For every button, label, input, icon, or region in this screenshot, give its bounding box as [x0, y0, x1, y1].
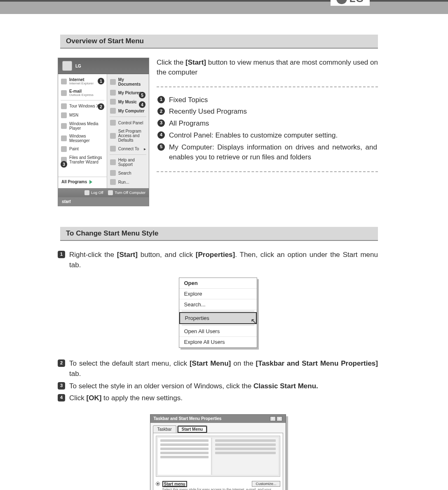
- wmp-icon: [61, 123, 67, 129]
- bullet-3-icon: 3: [157, 119, 165, 127]
- logoff-icon: [84, 190, 89, 195]
- paint-icon: [61, 146, 67, 152]
- sm-run: Run...: [118, 180, 129, 184]
- start-menu-preview: [156, 436, 280, 477]
- step-2-icon: 2: [58, 359, 65, 367]
- tab-taskbar: Taskbar: [153, 425, 176, 433]
- ctx-open: Open: [179, 278, 257, 289]
- help-button-icon: ?: [270, 416, 276, 421]
- sm-docs: My Documents: [118, 77, 146, 86]
- callout-4-marker: 4: [139, 101, 145, 108]
- search-icon: [110, 170, 116, 176]
- sm-pics: My Pictures: [118, 91, 141, 95]
- bullet-4-icon: 4: [157, 131, 165, 139]
- callout-4-text: Control Panel: Enables to customize comp…: [169, 131, 338, 140]
- taskbar-start: start: [58, 197, 149, 206]
- ctx-explore-all: Explore All Users: [179, 337, 257, 348]
- step-4-icon: 4: [58, 394, 65, 401]
- sm-logoff: Log Off: [91, 191, 103, 195]
- pictures-icon: [110, 90, 116, 96]
- sm-comp: My Computer: [118, 109, 145, 113]
- bullet-2-icon: 2: [157, 107, 165, 115]
- ie-icon: [61, 79, 67, 84]
- folder-icon: [110, 79, 116, 85]
- sm-shutdown: Turn Off Computer: [115, 191, 145, 195]
- sm-cpl: Control Panel: [118, 121, 143, 125]
- step-3-text: To select the style in an older version …: [69, 381, 318, 392]
- run-icon: [110, 179, 116, 185]
- sm-fst: Files and Settings Transfer Wizard: [69, 155, 104, 164]
- sm-email-sub: Outlook Express: [69, 93, 94, 97]
- callout-2-text: Recently Used Programs: [169, 107, 247, 117]
- start-menu-user: LG: [75, 64, 81, 68]
- sm-help: Help and Support: [118, 158, 146, 167]
- tour-icon: [61, 103, 67, 109]
- page-content: Overview of Start Menu LG Internet Inter…: [0, 14, 448, 490]
- avatar-icon: [62, 61, 72, 71]
- music-icon: [110, 99, 116, 105]
- sm-all-programs: All Programs: [61, 180, 87, 184]
- overview-description: Click the [Start] button to view menus t…: [157, 58, 378, 206]
- callout-5-text: My Computer: Displays information on dri…: [169, 142, 377, 162]
- mail-icon: [61, 90, 67, 96]
- bullet-5-icon: 5: [157, 143, 165, 151]
- step-3-icon: 3: [58, 382, 65, 390]
- close-button-icon: ×: [277, 416, 282, 421]
- defaults-icon: [110, 133, 116, 139]
- msn-icon: [61, 112, 67, 118]
- opt-start-label: Start menu: [164, 482, 185, 486]
- figure-start-menu: LG Internet Internet Explorer E-mail Out…: [58, 58, 149, 206]
- callout-3-text: All Programs: [169, 119, 209, 128]
- callout-1-text: Fixed Topics: [169, 95, 208, 105]
- sm-spad: Set Program Access and Defaults: [118, 129, 146, 142]
- step-1-text: Right-click the [Start] button, and clic…: [69, 250, 378, 270]
- callout-2-marker: 2: [98, 103, 104, 110]
- cursor-icon: ↖: [251, 317, 257, 326]
- section-overview-title: Overview of Start Menu: [60, 35, 378, 49]
- callout-3-marker: 3: [61, 161, 67, 168]
- callout-1-marker: 1: [98, 78, 104, 84]
- help-icon: [110, 159, 116, 165]
- sm-music: My Music: [118, 100, 137, 104]
- lg-face-icon: [336, 0, 347, 4]
- customize-button-1: Customize...: [252, 481, 280, 487]
- step-2-text: To select the default start menu, click …: [69, 359, 378, 379]
- step-4-text: Click [OK] to apply the new settings.: [69, 393, 183, 404]
- radio-start-menu: [156, 482, 160, 486]
- sm-tour: Tour Windows XP: [69, 104, 102, 108]
- intro-text: Click the [Start] button to view menus t…: [157, 58, 378, 77]
- cpl-icon: [110, 120, 116, 126]
- section-change-title: To Change Start Menu Style: [60, 227, 378, 241]
- ctx-explore: Explore: [179, 289, 257, 299]
- sm-msgr: Windows Messenger: [69, 134, 104, 143]
- ctx-properties: Properties ↖: [179, 312, 257, 324]
- callout-5-marker: 5: [139, 92, 145, 98]
- arrow-right-icon: [89, 180, 92, 184]
- brand-text: LG: [349, 0, 364, 5]
- tab-start-menu: Start Menu: [177, 425, 208, 433]
- step-1-icon: 1: [58, 251, 65, 258]
- dialog-title: Taskbar and Start Menu Properties: [154, 416, 222, 421]
- ctx-open-all: Open All Users: [179, 326, 257, 337]
- ctx-search: Search...: [179, 299, 257, 310]
- connect-icon: [110, 146, 116, 152]
- sm-msn: MSN: [69, 113, 78, 117]
- sm-conn: Connect To: [118, 147, 139, 151]
- messenger-icon: [61, 135, 67, 141]
- sm-search: Search: [118, 171, 131, 175]
- sm-paint: Paint: [69, 147, 79, 151]
- sm-wmp: Windows Media Player: [69, 121, 104, 131]
- figure-properties-dialog: Taskbar and Start Menu Properties ? × Ta…: [150, 414, 286, 490]
- header-band: LG: [0, 2, 448, 14]
- opt-start-desc: Select this menu style for easy access t…: [162, 488, 280, 490]
- computer-icon: [110, 108, 116, 114]
- sm-internet-sub: Internet Explorer: [69, 82, 94, 86]
- brand-logo: LG: [331, 0, 370, 6]
- bullet-1-icon: 1: [157, 96, 165, 103]
- figure-context-menu: Open Explore Search... Properties ↖ Open…: [179, 278, 257, 348]
- power-icon: [108, 190, 113, 195]
